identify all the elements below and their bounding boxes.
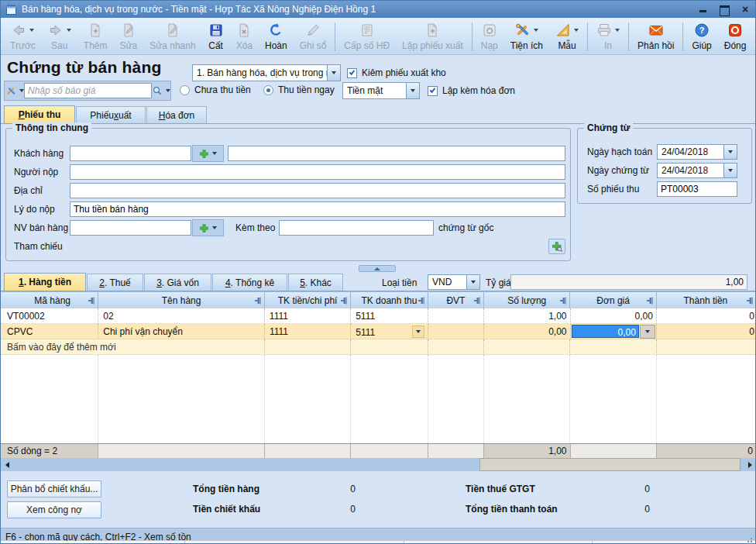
- toolbar-undo[interactable]: Hoàn: [259, 19, 294, 54]
- toolbar-edit[interactable]: Sửa: [113, 19, 143, 54]
- grid-cell[interactable]: VT00002: [1, 308, 98, 324]
- attach-input[interactable]: [279, 220, 434, 236]
- search-icon: [152, 85, 163, 97]
- chevron-down-icon[interactable]: [406, 83, 419, 98]
- quote-tools-button[interactable]: [5, 82, 24, 99]
- quote-search-button[interactable]: [152, 82, 170, 99]
- tab-thue[interactable]: 2. Thuế: [87, 274, 143, 291]
- column-header-tk-doanh-thu[interactable]: TK doanh thu: [351, 292, 428, 308]
- doc-type-select[interactable]: 1. Bán hàng hóa, dịch vụ trong nước: [192, 64, 341, 81]
- customer-code-input[interactable]: [70, 146, 191, 161]
- tab-gia-von[interactable]: 3. Giá vốn: [144, 274, 211, 291]
- toolbar-feedback[interactable]: Phản hồi: [631, 19, 680, 54]
- grid-cell[interactable]: 1111: [265, 324, 351, 339]
- attach-label: Kèm theo: [235, 222, 275, 233]
- resize-grip[interactable]: [745, 535, 753, 543]
- tab-hang-tien[interactable]: 1. Hàng tiền: [4, 273, 86, 291]
- toolbar-help[interactable]: ? Giúp: [686, 19, 717, 54]
- column-header-dvt[interactable]: ĐVT: [428, 292, 485, 308]
- grid-cell[interactable]: 5111: [351, 324, 428, 339]
- receipt-no-input[interactable]: [657, 181, 737, 197]
- chevron-down-icon[interactable]: [723, 145, 737, 159]
- chevron-down-icon[interactable]: [412, 325, 424, 338]
- radio-collect-now[interactable]: Thu tiền ngay: [263, 84, 335, 95]
- doc-date-select[interactable]: 24/04/2018: [657, 163, 737, 178]
- quote-number-input[interactable]: [24, 83, 152, 98]
- toolbar-quick-edit[interactable]: Sửa nhanh: [143, 19, 201, 54]
- grid-cell[interactable]: 1111: [265, 308, 351, 324]
- grid-cell[interactable]: 0,00: [571, 308, 657, 324]
- grid-cell[interactable]: 5111: [351, 308, 428, 324]
- grid-cell[interactable]: 0: [657, 308, 756, 324]
- with-invoice-checkbox[interactable]: Lập kèm hóa đơn: [428, 85, 515, 96]
- toolbar-post[interactable]: Ghi sổ: [294, 19, 333, 54]
- grid-cell[interactable]: [428, 308, 485, 324]
- grid-cell[interactable]: CPVC: [1, 324, 98, 339]
- scrollbar-thumb[interactable]: [479, 458, 741, 471]
- toolbar-issue-invoice-no[interactable]: Cấp số HĐ: [338, 19, 396, 54]
- tab-phieu-xuat[interactable]: Phiếu xuất: [76, 106, 146, 123]
- chevron-down-icon[interactable]: [466, 275, 479, 289]
- horizontal-scrollbar[interactable]: [1, 458, 756, 471]
- tab-phieu-thu[interactable]: Phiếu thu: [4, 105, 75, 123]
- salesman-input[interactable]: [70, 220, 191, 236]
- grid-cell[interactable]: 0: [657, 324, 756, 339]
- column-header-don-gia[interactable]: Đơn giá: [570, 292, 656, 308]
- toolbar-add[interactable]: Thêm: [77, 19, 114, 54]
- posting-date-select[interactable]: 24/04/2018: [657, 144, 737, 160]
- scroll-right-button[interactable]: [744, 458, 756, 471]
- chevron-down-icon[interactable]: [723, 164, 737, 177]
- svg-text:?: ?: [699, 26, 705, 35]
- tab-hoa-don[interactable]: Hóa đơn: [146, 106, 207, 123]
- arrow-right-icon: [48, 22, 64, 38]
- column-header-tk-tien[interactable]: TK tiền/chi phí: [265, 292, 351, 308]
- column-header-ten-hang[interactable]: Tên hàng: [98, 292, 265, 308]
- collapse-splitter-button[interactable]: [359, 265, 396, 272]
- customer-name-input[interactable]: [228, 146, 565, 161]
- grid-cell[interactable]: 1,00: [484, 308, 570, 324]
- toolbar-utilities[interactable]: Tiện ích: [504, 19, 549, 54]
- address-input[interactable]: [70, 183, 565, 198]
- grid-cell[interactable]: 0,00: [484, 324, 570, 339]
- chevron-down-icon[interactable]: [327, 65, 340, 81]
- tab-khac[interactable]: 5. Khác: [288, 274, 343, 291]
- grid-cell[interactable]: Chi phí vận chuyển: [98, 324, 265, 339]
- column-header-ma-hang[interactable]: Mã hàng: [1, 292, 98, 308]
- reason-input[interactable]: [70, 201, 565, 217]
- customer-add-button[interactable]: [192, 145, 224, 162]
- view-debt-button[interactable]: Xem công nợ: [7, 501, 101, 518]
- ruler-icon: [555, 22, 571, 38]
- toolbar-save[interactable]: Cất: [202, 19, 230, 54]
- column-header-so-luong[interactable]: Số lượng: [484, 292, 570, 308]
- grid-cell-editing[interactable]: 0,00: [571, 324, 657, 339]
- toolbar-templates[interactable]: Mẫu: [549, 19, 585, 54]
- payment-method-select[interactable]: Tiền mặt: [342, 82, 420, 99]
- toolbar-previous[interactable]: Trước: [4, 19, 42, 54]
- unit-price-editor[interactable]: 0,00: [572, 325, 639, 338]
- chevron-down-icon: [67, 29, 71, 32]
- close-button[interactable]: ×: [740, 4, 751, 15]
- grid-cell[interactable]: [428, 324, 485, 339]
- allocate-discount-button[interactable]: Phân bổ chiết khấu...: [7, 480, 101, 498]
- scroll-left-button[interactable]: [1, 458, 14, 471]
- toolbar-delete[interactable]: Xóa: [230, 19, 259, 54]
- grid-cell[interactable]: 02: [98, 308, 265, 324]
- salesman-add-button[interactable]: [192, 219, 224, 236]
- currency-select[interactable]: VND: [428, 274, 480, 290]
- reference-add-button[interactable]: [548, 239, 565, 254]
- tab-thong-ke[interactable]: 4. Thống kê: [212, 274, 287, 291]
- row-count: Số dòng = 2: [1, 444, 98, 458]
- maximize-button[interactable]: [719, 4, 730, 15]
- toolbar-print[interactable]: In: [590, 19, 626, 54]
- add-new-row[interactable]: Bấm vào đây để thêm mới: [1, 339, 756, 355]
- toolbar-create-delivery-note[interactable]: Lập phiếu xuất: [396, 19, 469, 54]
- payer-input[interactable]: [70, 164, 565, 180]
- chevron-down-icon[interactable]: [640, 325, 655, 339]
- minimize-button[interactable]: [698, 4, 709, 15]
- column-header-thanh-tien[interactable]: Thành tiền: [657, 292, 756, 308]
- delivery-note-checkbox[interactable]: Kiêm phiếu xuất kho: [347, 67, 446, 78]
- toolbar-reload[interactable]: Nạp: [475, 19, 504, 54]
- toolbar-close[interactable]: Đóng: [718, 19, 753, 54]
- toolbar-next[interactable]: Sau: [42, 19, 77, 54]
- radio-not-collected[interactable]: Chưa thu tiền: [180, 84, 251, 95]
